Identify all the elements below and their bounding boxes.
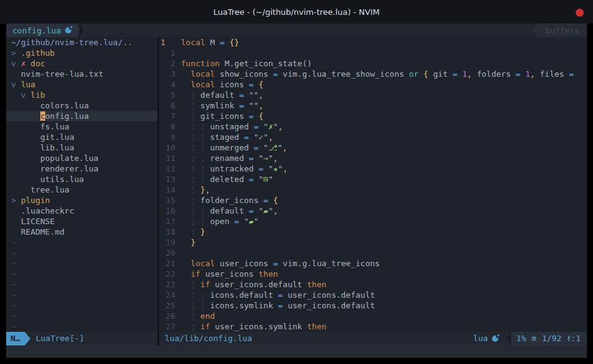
code-line[interactable]: 22 if user_icons then <box>159 269 587 279</box>
tilde-marker: ~ <box>11 280 16 289</box>
line-number: 12 <box>159 163 175 174</box>
code-text: ¦ ¦ icons.symlink = user_icons.default <box>181 300 375 311</box>
code-line[interactable]: 9 ¦ ¦ staged = "✓", <box>159 132 587 142</box>
chevron-right-icon[interactable]: > <box>11 48 16 58</box>
code-text: ¦ ¦ renamed = "→", <box>181 153 278 163</box>
tree-item-lua[interactable]: v lua <box>6 79 157 90</box>
code-line[interactable]: 27 ¦ if user_icons.symlink then <box>159 321 587 332</box>
empty-buffer-line: ~ <box>6 279 157 290</box>
code-line[interactable]: 13 ¦ ¦ deleted = "⊟" <box>159 174 587 184</box>
folder-name: doc <box>30 59 45 68</box>
line-number: 16 <box>159 206 175 216</box>
code-line[interactable]: 14 ¦ }, <box>159 184 587 195</box>
code-line[interactable]: 26 ¦ end <box>159 311 587 321</box>
code-line[interactable]: 2function M.get_icon_state() <box>159 58 587 69</box>
tree-item-.github[interactable]: > .github <box>6 48 157 58</box>
code-line[interactable]: 23 ¦ if user_icons.default then <box>159 279 587 290</box>
code-line[interactable]: 1local M = {} <box>159 37 587 48</box>
chevron-down-icon[interactable]: v <box>11 59 16 68</box>
code-line[interactable]: 19 } <box>159 237 587 248</box>
file-name: .luacheckrc <box>21 206 74 215</box>
code-line[interactable]: 25 ¦ ¦ icons.symlink = user_icons.defaul… <box>159 300 587 311</box>
empty-buffer-line: ~ <box>6 290 157 300</box>
code-line[interactable]: 10 ¦ ¦ unmerged = "⎇", <box>159 142 587 153</box>
tree-item-populate.lua[interactable]: populate.lua <box>6 153 157 163</box>
filetype-label: lua <box>473 332 488 345</box>
code-line[interactable]: 6 ¦ symlink = "", <box>159 100 587 111</box>
tree-root-path[interactable]: ~/github/nvim-tree.lua/.. <box>6 37 157 48</box>
tabline: config.lua buffers <box>6 24 587 37</box>
code-text: ¦ end <box>181 311 215 321</box>
tree-item-lib[interactable]: v lib <box>6 90 157 100</box>
code-line[interactable]: 18 ¦ } <box>159 227 587 237</box>
code-line[interactable]: 17 ¦ ¦ open = "▰" <box>159 216 587 227</box>
tilde-marker: ~ <box>11 259 16 268</box>
code-line[interactable]: 7 ¦ git_icons = { <box>159 111 587 121</box>
tree-item-.luacheckrc[interactable]: .luacheckrc <box>6 206 157 216</box>
code-text: ¦ ¦ staged = "✓", <box>181 132 273 142</box>
close-window-button[interactable] <box>576 9 584 17</box>
code-line[interactable]: 15 ¦ folder_icons = { <box>159 195 587 206</box>
tree-item-colors.lua[interactable]: colors.lua <box>6 100 157 111</box>
chevron-down-icon[interactable]: v <box>11 80 16 89</box>
buffers-section[interactable]: buffers <box>532 24 587 37</box>
tree-item-doc[interactable]: v ✗ doc <box>6 58 157 69</box>
tilde-marker: ~ <box>11 238 16 247</box>
empty-buffer-line: ~ <box>6 269 157 279</box>
tree-item-utils.lua[interactable]: utils.lua <box>6 174 157 184</box>
file-name: utils.lua <box>40 175 84 184</box>
scroll-percent: 1% <box>516 332 526 345</box>
line-number: 1 <box>159 48 175 58</box>
tree-item-git.lua[interactable]: git.lua <box>6 132 157 142</box>
tree-item-fs.lua[interactable]: fs.lua <box>6 121 157 132</box>
statusline-file-path: lua/lib/config.lua <box>159 332 252 345</box>
command-line[interactable] <box>6 345 587 358</box>
code-line[interactable]: 24 ¦ ¦ icons.default = user_icons.defaul… <box>159 290 587 300</box>
line-number: 19 <box>159 237 175 248</box>
code-line[interactable]: 21 local user_icons = vim.g.lua_tree_ico… <box>159 258 587 269</box>
tree-item-LICENSE[interactable]: LICENSE <box>6 216 157 227</box>
code-line[interactable]: 8 ¦ ¦ unstaged = "✗", <box>159 121 587 132</box>
line-number: 2 <box>159 58 175 69</box>
lua-icon <box>492 336 498 342</box>
code-text: ¦ ¦ default = "▰", <box>181 206 278 216</box>
code-text: ¦ } <box>181 227 205 237</box>
line-number: 9 <box>159 132 175 142</box>
tree-item-nvim-tree-lua.txt[interactable]: nvim-tree-lua.txt <box>6 69 157 79</box>
tab-config-lua[interactable]: config.lua <box>6 24 76 37</box>
tree-item-tree.lua[interactable]: tree.lua <box>6 184 157 195</box>
code-line[interactable]: 1 <box>159 48 587 58</box>
column-value: :1 <box>571 334 581 343</box>
chevron-right-icon[interactable]: > <box>11 196 16 205</box>
tree-buffer-name: LuaTree[-] <box>30 332 84 345</box>
code-line[interactable]: 12 ¦ ¦ untracked = "★", <box>159 163 587 174</box>
code-text: ¦ ¦ untracked = "★", <box>181 163 288 174</box>
line-number: 27 <box>159 321 175 332</box>
code-line[interactable]: 20 <box>159 248 587 258</box>
file-name: tree.lua <box>30 185 69 194</box>
code-text: ¦ }, <box>181 184 210 195</box>
file-name: fs.lua <box>40 122 69 131</box>
tree-item-lib.lua[interactable]: lib.lua <box>6 142 157 153</box>
code-text: ¦ if user_icons.symlink then <box>181 321 327 332</box>
tilde-marker: ~ <box>11 248 16 258</box>
mode-arrow-icon <box>25 332 30 345</box>
window-title: LuaTree - (~/github/nvim-tree.lua) - NVI… <box>213 7 379 17</box>
tree-item-plugin[interactable]: > plugin <box>6 195 157 206</box>
tree-item-README.md[interactable]: README.md <box>6 227 157 237</box>
folder-name: lua <box>21 80 35 89</box>
code-line[interactable]: 3 local show_icons = vim.g.lua_tree_show… <box>159 69 587 79</box>
tree-item-config.lua[interactable]: config.lua <box>6 111 157 121</box>
tilde-marker: ~ <box>11 322 16 331</box>
terminal-window: config.lua buffers ~/github/nvim-tree.lu… <box>6 24 587 358</box>
file-name: onfig.lua <box>45 111 89 121</box>
code-text: ¦ ¦ icons.default = user_icons.default <box>181 290 375 300</box>
tree-item-renderer.lua[interactable]: renderer.lua <box>6 163 157 174</box>
mode-indicator: N… <box>6 332 25 345</box>
code-line[interactable]: 4 local icons = { <box>159 79 587 90</box>
code-line[interactable]: 16 ¦ ¦ default = "▰", <box>159 206 587 216</box>
code-line[interactable]: 5 ¦ default = "", <box>159 90 587 100</box>
code-text: function M.get_icon_state() <box>181 58 312 69</box>
line-number: 25 <box>159 300 175 311</box>
code-line[interactable]: 11 ¦ ¦ renamed = "→", <box>159 153 587 163</box>
